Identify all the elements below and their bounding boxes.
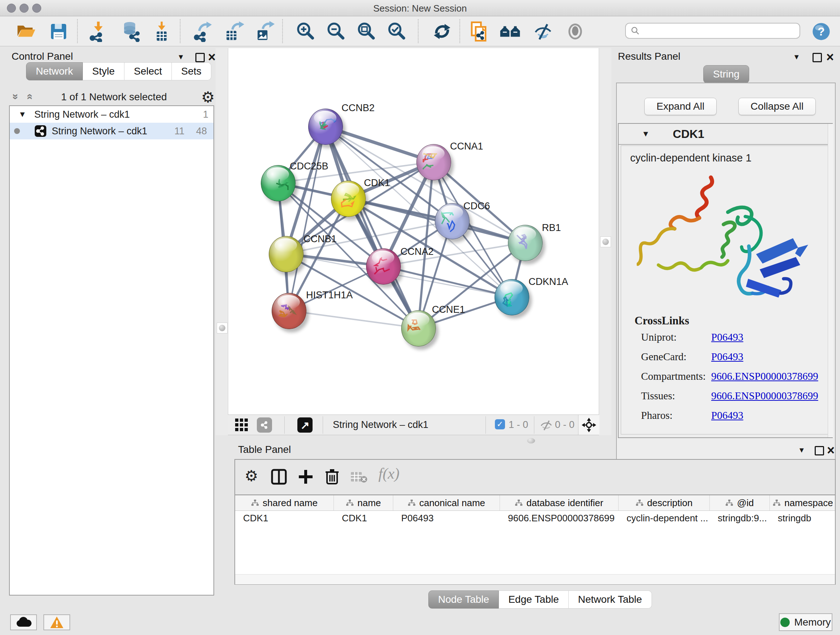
export-network-icon[interactable] bbox=[191, 20, 214, 43]
cell-canonical-name[interactable]: P06493 bbox=[393, 510, 500, 526]
network-node-ccnb2[interactable] bbox=[308, 109, 343, 145]
table-hscrollbar[interactable] bbox=[235, 574, 835, 584]
column-header-@id[interactable]: @id bbox=[710, 495, 770, 510]
function-builder-icon[interactable]: f(x) bbox=[378, 465, 399, 482]
share-view-icon[interactable] bbox=[257, 417, 272, 432]
search-box[interactable] bbox=[625, 23, 800, 39]
expand-all-button[interactable]: Expand All bbox=[644, 98, 717, 115]
results-panel-menu-icon[interactable]: ▼ bbox=[793, 53, 800, 61]
delete-table-icon[interactable] bbox=[350, 470, 368, 485]
zoom-out-icon[interactable] bbox=[324, 20, 347, 43]
column-header-shared-name[interactable]: shared name bbox=[235, 495, 334, 510]
network-node-cdkn1a[interactable] bbox=[494, 279, 529, 315]
export-image-icon[interactable] bbox=[253, 20, 276, 43]
crosslink-link-genecard[interactable]: P06493 bbox=[711, 351, 744, 363]
refresh-icon[interactable] bbox=[431, 20, 454, 43]
control-panel-gear-icon[interactable]: ⚙ bbox=[201, 88, 215, 106]
cell-description[interactable]: cyclin-dependent ... bbox=[619, 510, 710, 526]
tab-edge-table[interactable]: Edge Table bbox=[499, 591, 569, 608]
crosslink-link-uniprot[interactable]: P06493 bbox=[711, 331, 744, 343]
home-legacy-icon[interactable] bbox=[499, 20, 522, 43]
column-header-name[interactable]: name bbox=[334, 495, 393, 510]
cell-shared-name[interactable]: CDK1 bbox=[235, 510, 334, 526]
tab-network[interactable]: Network bbox=[26, 62, 83, 80]
open-session-icon[interactable] bbox=[14, 20, 38, 43]
cell-@id[interactable]: stringdb:9... bbox=[710, 510, 770, 526]
cloud-button[interactable] bbox=[10, 614, 37, 630]
add-column-icon[interactable] bbox=[297, 469, 314, 486]
right-splitter[interactable] bbox=[599, 48, 611, 435]
table-settings-gear-icon[interactable]: ⚙ bbox=[245, 467, 258, 485]
zoom-fit-icon[interactable] bbox=[355, 20, 378, 43]
control-panel-close-icon[interactable]: × bbox=[208, 53, 216, 62]
tab-string[interactable]: String bbox=[703, 65, 749, 83]
right-splitter-handle[interactable] bbox=[600, 236, 611, 247]
network-node-ccnb1[interactable] bbox=[269, 236, 303, 272]
gene-collapse-triangle-icon[interactable]: ▼ bbox=[642, 129, 650, 139]
network-node-ccne1[interactable] bbox=[401, 310, 436, 347]
table-row[interactable]: CDK1CDK1P064939606.ENSP00000378699cyclin… bbox=[235, 510, 835, 526]
control-panel-float-icon[interactable] bbox=[195, 53, 205, 62]
horizontal-splitter-handle[interactable] bbox=[527, 438, 535, 443]
tab-style[interactable]: Style bbox=[83, 62, 125, 80]
column-header-description[interactable]: description bbox=[619, 495, 710, 510]
network-edge[interactable] bbox=[289, 126, 325, 310]
save-session-icon[interactable] bbox=[47, 20, 70, 43]
tab-node-table[interactable]: Node Table bbox=[428, 591, 499, 608]
network-node-ccna2[interactable] bbox=[366, 249, 401, 285]
tab-select[interactable]: Select bbox=[125, 62, 172, 80]
column-header-canonical-name[interactable]: canonical name bbox=[393, 495, 500, 510]
network-node-ccna1[interactable] bbox=[416, 144, 451, 180]
collapse-triangle-icon[interactable]: ▼ bbox=[19, 110, 27, 119]
delete-icon[interactable] bbox=[324, 468, 340, 486]
cell-namespace[interactable]: stringdb bbox=[770, 510, 835, 526]
column-header-database-identifier[interactable]: database identifier bbox=[500, 495, 619, 510]
collapse-all-button[interactable]: Collapse All bbox=[738, 98, 816, 115]
table-panel-close-icon[interactable]: × bbox=[827, 446, 835, 455]
network-row-selected[interactable]: String Network – cdk1 11 48 bbox=[10, 123, 213, 139]
cell-database-identifier[interactable]: 9606.ENSP00000378699 bbox=[500, 510, 619, 526]
help-icon[interactable]: ? bbox=[810, 20, 833, 43]
network-node-cdk1[interactable] bbox=[331, 181, 366, 217]
network-collection-row[interactable]: ▼ String Network – cdk1 1 bbox=[10, 106, 213, 123]
results-scrollbar[interactable] bbox=[828, 124, 833, 437]
crosslink-link-pharos[interactable]: P06493 bbox=[711, 409, 744, 421]
table-panel-float-icon[interactable] bbox=[815, 446, 824, 455]
warning-button[interactable] bbox=[43, 614, 70, 630]
crosslink-link-compartments[interactable]: 9606.ENSP00000378699 bbox=[711, 371, 818, 382]
left-splitter-handle[interactable] bbox=[217, 323, 227, 333]
selected-checkbox-icon[interactable]: ✓ bbox=[495, 419, 505, 429]
expand-all-icon[interactable]: « bbox=[27, 90, 34, 103]
cell-name[interactable]: CDK1 bbox=[334, 510, 393, 526]
search-input[interactable] bbox=[640, 25, 786, 36]
grid-view-icon[interactable] bbox=[234, 418, 249, 434]
birds-eye-toggle-icon[interactable]: ↗ bbox=[297, 417, 313, 432]
memory-button[interactable]: Memory bbox=[779, 613, 832, 631]
network-edge[interactable] bbox=[289, 310, 418, 328]
zoom-in-icon[interactable] bbox=[294, 20, 317, 43]
hide-panels-icon[interactable] bbox=[532, 20, 555, 43]
tab-sets[interactable]: Sets bbox=[172, 62, 211, 80]
column-header-namespace[interactable]: namespace bbox=[770, 495, 835, 510]
gene-section-header[interactable]: ▼ CDK1 bbox=[619, 124, 832, 145]
network-node-rb1[interactable] bbox=[508, 225, 543, 261]
collapse-all-icon[interactable]: » bbox=[13, 90, 19, 103]
control-panel-menu-icon[interactable]: ▼ bbox=[177, 53, 185, 61]
crosslink-link-tissues[interactable]: 9606.ENSP00000378699 bbox=[711, 390, 818, 402]
network-node-hist1h1a[interactable] bbox=[272, 293, 306, 329]
show-sphere-icon[interactable] bbox=[564, 20, 587, 43]
export-table-icon[interactable] bbox=[223, 20, 246, 43]
zoom-selected-icon[interactable] bbox=[385, 20, 408, 43]
open-in-browser-icon[interactable] bbox=[467, 20, 491, 43]
hidden-eye-icon[interactable] bbox=[540, 418, 553, 433]
fit-move-icon[interactable] bbox=[578, 415, 600, 435]
results-panel-close-icon[interactable]: × bbox=[826, 53, 834, 62]
import-network-database-icon[interactable] bbox=[119, 20, 142, 43]
import-table-icon[interactable] bbox=[150, 20, 173, 43]
tab-network-table[interactable]: Network Table bbox=[569, 591, 652, 608]
network-canvas[interactable]: CCNB2CCNA1CDC25BCDK1CDC6RB1CCNB1CCNA2CDK… bbox=[228, 48, 599, 415]
results-panel-float-icon[interactable] bbox=[813, 53, 822, 62]
left-splitter[interactable] bbox=[216, 48, 228, 435]
columns-icon[interactable] bbox=[271, 469, 287, 486]
import-network-file-icon[interactable] bbox=[86, 20, 109, 43]
